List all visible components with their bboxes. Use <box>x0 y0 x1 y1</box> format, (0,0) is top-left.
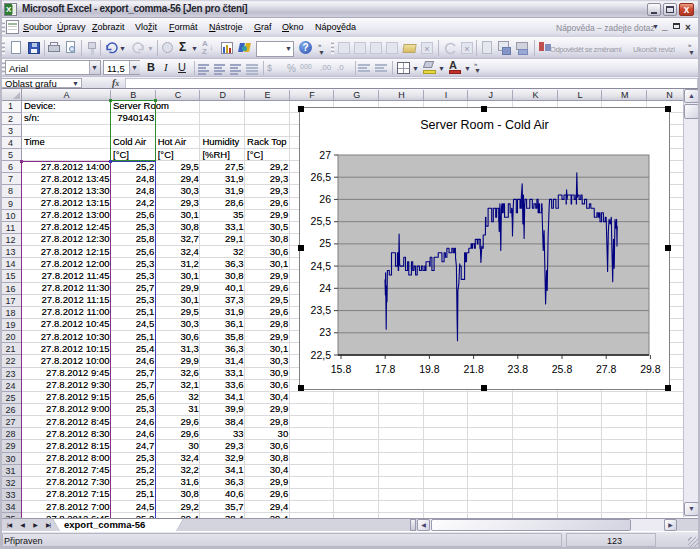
svg-text:19.8: 19.8 <box>419 363 440 375</box>
svg-text:23.8: 23.8 <box>508 363 529 375</box>
svg-text:22,5: 22,5 <box>311 349 332 361</box>
svg-text:23: 23 <box>319 326 331 338</box>
svg-text:27.8: 27.8 <box>596 363 617 375</box>
svg-text:21.8: 21.8 <box>463 363 484 375</box>
svg-text:29.8: 29.8 <box>640 363 661 375</box>
svg-text:25,5: 25,5 <box>311 215 332 227</box>
svg-text:23,5: 23,5 <box>311 304 332 316</box>
svg-text:24: 24 <box>319 282 331 294</box>
svg-text:24,5: 24,5 <box>311 260 332 272</box>
svg-text:15.8: 15.8 <box>331 363 352 375</box>
svg-text:26: 26 <box>319 193 331 205</box>
svg-text:25: 25 <box>319 237 331 249</box>
svg-text:17.8: 17.8 <box>375 363 396 375</box>
svg-text:27: 27 <box>319 149 331 161</box>
svg-text:Server Room - Cold Air: Server Room - Cold Air <box>420 118 549 132</box>
svg-text:26,5: 26,5 <box>311 171 332 183</box>
svg-text:25.8: 25.8 <box>552 363 573 375</box>
